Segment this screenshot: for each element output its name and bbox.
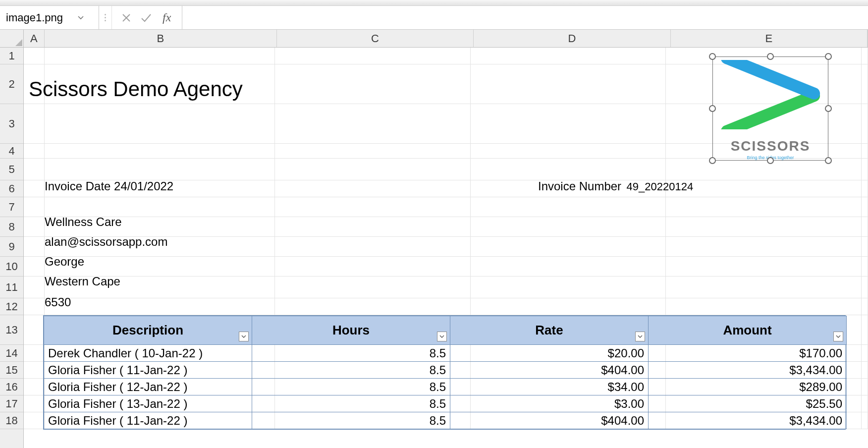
filter-button[interactable] [437,332,447,341]
grid-cell[interactable] [471,48,666,64]
table-cell[interactable]: 8.5 [252,345,450,362]
grid-cell[interactable] [666,277,862,298]
table-header-cell[interactable]: Hours [252,316,450,345]
grid-cell[interactable] [275,180,471,197]
table-cell[interactable]: 8.5 [252,379,450,395]
table-cell[interactable]: $3,434.00 [649,362,847,379]
table-cell[interactable]: Gloria Fisher ( 13-Jan-22 ) [44,395,252,412]
grid-cell[interactable] [471,64,666,104]
resize-handle-l[interactable] [709,105,716,112]
resize-handle-tl[interactable] [709,53,716,60]
grid-cell[interactable] [24,217,45,236]
row-header[interactable]: 10 [0,257,23,277]
grid-cell[interactable] [862,144,868,158]
table-header-cell[interactable]: Description [44,316,252,345]
grid-cell[interactable] [862,180,868,197]
name-box[interactable] [5,11,74,25]
grid-cell[interactable] [471,237,666,256]
grid-cell[interactable] [24,345,45,361]
grid-cell[interactable] [666,298,862,315]
table-header-cell[interactable]: Amount [649,316,847,345]
table-cell[interactable]: $25.50 [649,395,847,412]
grid-cell[interactable] [24,180,45,197]
grid-cell[interactable] [862,48,868,64]
grid-cell[interactable] [24,104,45,143]
grid-cell[interactable] [862,64,868,104]
row-header[interactable]: 3 [0,104,23,144]
column-header[interactable]: C [277,30,474,47]
row-header[interactable]: 5 [0,159,23,180]
table-cell[interactable]: 8.5 [252,362,450,379]
grid-cell[interactable] [24,48,45,64]
filter-button[interactable] [833,332,843,341]
table-header-cell[interactable]: Rate [450,316,649,345]
table-cell[interactable]: $289.00 [649,379,847,395]
grid-cell[interactable] [471,144,666,158]
row-header[interactable]: 15 [0,362,23,379]
resize-handle-br[interactable] [825,157,832,164]
grid-cell[interactable] [45,48,275,64]
grid-cell[interactable] [862,237,868,256]
grid-cell[interactable] [862,379,868,395]
table-cell[interactable]: 8.5 [252,395,450,412]
filter-button[interactable] [635,332,645,341]
grid-cell[interactable] [862,298,868,315]
grid-cell[interactable] [24,237,45,256]
resize-handle-tr[interactable] [825,53,832,60]
resize-handle-t[interactable] [767,53,774,60]
grid-cell[interactable] [471,217,666,236]
grid-cell[interactable] [24,277,45,298]
grid-cell[interactable] [24,298,45,315]
table-cell[interactable]: Gloria Fisher ( 11-Jan-22 ) [44,412,252,429]
grid-cell[interactable] [275,144,471,158]
column-header[interactable]: A [24,30,45,47]
grid-cell[interactable] [275,64,471,104]
row-header[interactable]: 7 [0,197,23,217]
embedded-image[interactable]: SCISSORS Bring the sides together [712,56,828,161]
grid-cell[interactable] [862,315,868,344]
grid-cell[interactable] [471,104,666,143]
row-header[interactable]: 12 [0,298,23,315]
grid[interactable]: Scissors Demo Agency Invoice Date 24/01/… [24,48,868,448]
column-header[interactable]: E [671,30,868,47]
name-box-dropdown[interactable] [75,12,86,23]
column-header[interactable]: B [45,30,277,47]
grid-cell[interactable] [24,379,45,395]
grid-cell[interactable] [862,159,868,180]
grid-cell[interactable] [275,159,471,180]
fx-label[interactable]: fx [159,11,175,24]
grid-cell[interactable] [666,180,862,197]
grid-cell[interactable] [275,197,471,217]
grid-cell[interactable] [275,237,471,256]
grid-cell[interactable] [275,48,471,64]
row-header[interactable]: 11 [0,277,23,298]
grid-cell[interactable] [862,395,868,412]
grid-cell[interactable] [862,412,868,429]
grid-cell[interactable] [666,197,862,217]
formula-cancel-button[interactable] [119,10,134,25]
row-header[interactable]: 8 [0,217,23,237]
row-header[interactable]: 6 [0,180,23,197]
grid-cell[interactable] [666,217,862,236]
grid-cell[interactable] [45,144,275,158]
grid-cell[interactable] [862,362,868,378]
grid-cell[interactable] [275,298,471,315]
grid-cell[interactable] [24,412,45,429]
table-cell[interactable]: $3.00 [450,395,649,412]
grid-cell[interactable] [45,197,275,217]
grid-cell[interactable] [24,257,45,276]
grid-cell[interactable] [45,298,275,315]
grid-cell[interactable] [666,159,862,180]
row-header[interactable]: 14 [0,345,23,362]
column-header[interactable]: D [474,30,670,47]
row-header[interactable]: 13 [0,315,23,345]
grid-cell[interactable] [24,159,45,180]
row-header[interactable]: 16 [0,379,23,395]
row-header[interactable]: 9 [0,237,23,257]
grid-cell[interactable] [862,197,868,217]
resize-handle-b[interactable] [767,157,774,164]
resize-handle-r[interactable] [825,105,832,112]
grid-cell[interactable] [666,237,862,256]
filter-button[interactable] [239,332,249,341]
grid-cell[interactable] [471,298,666,315]
